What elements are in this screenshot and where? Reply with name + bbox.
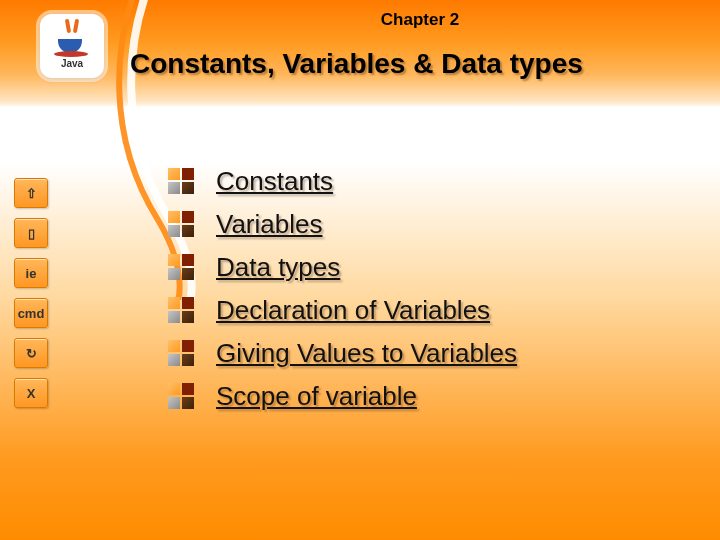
header-band: Java Chapter 2 Constants, Variables & Da… <box>0 0 720 106</box>
topic-item: Scope of variable <box>168 381 517 412</box>
sidebar-btn-cmd[interactable]: cmd <box>14 298 48 328</box>
topic-link-data-types[interactable]: Data types <box>216 252 340 283</box>
logo-text: Java <box>52 58 92 69</box>
topic-link-constants[interactable]: Constants <box>216 166 333 197</box>
sidebar-btn-ie[interactable]: ie <box>14 258 48 288</box>
bullet-icon <box>168 383 196 411</box>
bullet-icon <box>168 168 196 196</box>
topic-link-variables[interactable]: Variables <box>216 209 322 240</box>
java-logo: Java <box>40 14 104 78</box>
sidebar-btn-doc[interactable]: ▯ <box>14 218 48 248</box>
chapter-label: Chapter 2 <box>160 10 680 30</box>
sidebar-btn-close[interactable]: X <box>14 378 48 408</box>
sidebar-btn-redo[interactable]: ↻ <box>14 338 48 368</box>
sidebar-btn-up[interactable]: ⇧ <box>14 178 48 208</box>
page-title: Constants, Variables & Data types <box>130 48 700 80</box>
sidebar: ⇧ ▯ ie cmd ↻ X <box>14 178 70 408</box>
topic-link-scope[interactable]: Scope of variable <box>216 381 417 412</box>
bullet-icon <box>168 211 196 239</box>
topic-item: Constants <box>168 166 517 197</box>
bullet-icon <box>168 340 196 368</box>
topic-item: Variables <box>168 209 517 240</box>
topic-item: Declaration of Variables <box>168 295 517 326</box>
bullet-icon <box>168 297 196 325</box>
topic-link-giving-values[interactable]: Giving Values to Variables <box>216 338 517 369</box>
topic-link-declaration[interactable]: Declaration of Variables <box>216 295 490 326</box>
topic-list: Constants Variables Data types Declarati… <box>168 166 517 412</box>
slide: Java Chapter 2 Constants, Variables & Da… <box>0 0 720 540</box>
java-cup-icon: Java <box>52 21 92 71</box>
topic-item: Data types <box>168 252 517 283</box>
bullet-icon <box>168 254 196 282</box>
topic-item: Giving Values to Variables <box>168 338 517 369</box>
